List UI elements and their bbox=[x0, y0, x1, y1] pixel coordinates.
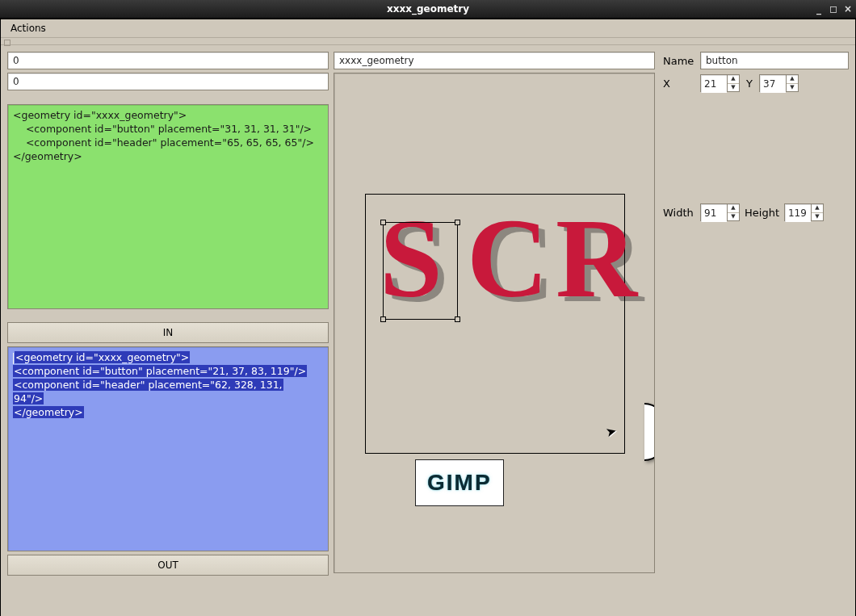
width-up-icon[interactable]: ▲ bbox=[728, 204, 739, 212]
x-spinner[interactable]: ▲▼ bbox=[700, 74, 740, 92]
y-input[interactable] bbox=[760, 75, 786, 93]
xml-out-line-3a: <component id="header" placement="62, 32… bbox=[13, 379, 283, 391]
gimp-thumbnail: GIMP bbox=[415, 459, 504, 506]
minimize-button[interactable]: _ bbox=[814, 4, 824, 14]
height-input[interactable] bbox=[785, 204, 811, 222]
xml-out-line-1: <geometry id="xxxx_geometry"> bbox=[15, 351, 190, 363]
preview-canvas[interactable]: S C R S C R GIMP bbox=[334, 73, 655, 573]
name-input[interactable] bbox=[700, 52, 849, 69]
menu-bar: Actions bbox=[1, 19, 855, 38]
in-button[interactable]: IN bbox=[7, 322, 329, 343]
svg-text:R: R bbox=[556, 216, 639, 321]
window-titlebar: xxxx_geometry _ ◻ × bbox=[0, 0, 856, 19]
y-spinner[interactable]: ▲▼ bbox=[759, 74, 799, 92]
svg-text:C: C bbox=[467, 216, 548, 321]
y-down-icon[interactable]: ▼ bbox=[787, 83, 798, 92]
x-up-icon[interactable]: ▲ bbox=[728, 75, 739, 83]
resize-handle-br[interactable] bbox=[455, 316, 460, 322]
menu-actions[interactable]: Actions bbox=[4, 21, 52, 36]
height-spinner[interactable]: ▲▼ bbox=[784, 203, 824, 221]
resize-handle-tr[interactable] bbox=[455, 220, 460, 225]
properties-panel: Name X ▲▼ Y ▲▼ Width ▲▼ bbox=[660, 52, 849, 600]
width-label: Width bbox=[663, 207, 695, 219]
name-label: Name bbox=[663, 55, 695, 67]
window-title: xxxx_geometry bbox=[387, 3, 469, 15]
xml-out-textarea[interactable]: <geometry id="xxxx_geometry"> <component… bbox=[7, 346, 329, 551]
xml-in-textarea[interactable]: <geometry id="xxxx_geometry"> <component… bbox=[7, 104, 329, 309]
toolbar-handle-row bbox=[1, 38, 855, 45]
width-input[interactable] bbox=[701, 204, 727, 222]
left-numeric-field-2[interactable] bbox=[7, 73, 329, 90]
resize-handle-tl[interactable] bbox=[380, 220, 386, 225]
gimp-label: GIMP bbox=[421, 465, 498, 501]
y-up-icon[interactable]: ▲ bbox=[787, 75, 798, 83]
left-numeric-field-1[interactable] bbox=[7, 52, 329, 69]
xml-out-line-2: <component id="button" placement="21, 37… bbox=[13, 365, 307, 377]
close-button[interactable]: × bbox=[843, 4, 853, 14]
x-label: X bbox=[663, 78, 695, 90]
width-down-icon[interactable]: ▼ bbox=[728, 212, 739, 221]
x-down-icon[interactable]: ▼ bbox=[728, 83, 739, 92]
height-up-icon[interactable]: ▲ bbox=[812, 204, 823, 212]
xml-out-line-4: </geometry> bbox=[13, 406, 84, 418]
xml-out-line-3b: 94"/> bbox=[13, 392, 44, 404]
width-spinner[interactable]: ▲▼ bbox=[700, 203, 740, 221]
geometry-name-field[interactable] bbox=[334, 52, 655, 69]
selection-button[interactable] bbox=[383, 222, 458, 320]
out-button[interactable]: OUT bbox=[7, 555, 329, 576]
x-input[interactable] bbox=[701, 75, 727, 93]
resize-handle-bl[interactable] bbox=[380, 316, 386, 322]
maximize-button[interactable]: ◻ bbox=[829, 4, 838, 14]
y-label: Y bbox=[745, 78, 754, 90]
height-down-icon[interactable]: ▼ bbox=[812, 212, 823, 221]
dock-handle-icon[interactable] bbox=[4, 40, 10, 46]
window-body: Actions <geometry id="xxxx_geometry"> <c… bbox=[0, 19, 856, 616]
clipped-shape bbox=[644, 403, 655, 461]
height-label: Height bbox=[745, 207, 779, 219]
